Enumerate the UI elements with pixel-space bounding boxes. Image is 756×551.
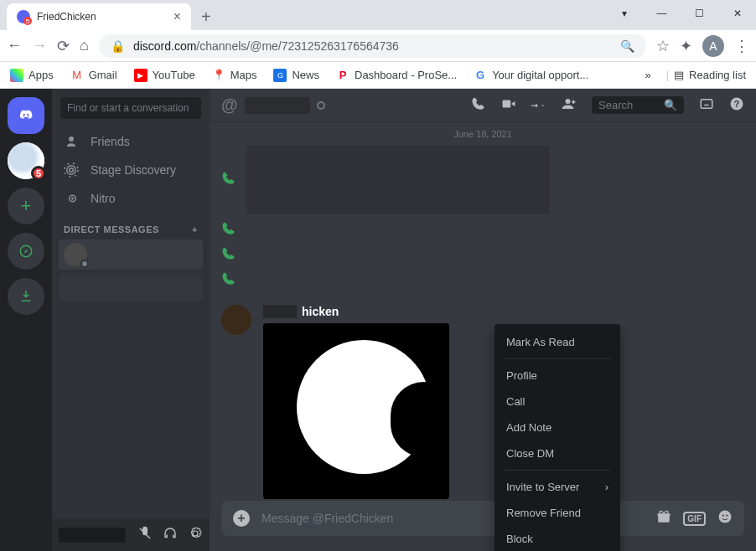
notification-badge: 5 [31,166,46,181]
more-bookmarks-icon[interactable]: » [645,69,650,81]
search-input[interactable]: Search 🔍 [592,96,684,114]
profile-avatar[interactable]: A [702,35,724,57]
favorite-button[interactable]: ☆ [656,37,670,55]
close-dm-item[interactable]: Close DM [500,440,615,466]
close-window-button[interactable]: ✕ [718,0,756,27]
find-conversation-input[interactable]: Find or start a conversation [60,97,201,119]
status-indicator [80,260,89,268]
call-icon [221,246,236,265]
emoji-button[interactable] [717,509,733,528]
call-icon [221,271,236,290]
dm-item[interactable] [59,273,203,301]
stage-icon [64,162,79,178]
maps-icon: 📍 [212,69,225,82]
svg-point-2 [67,166,76,175]
browser-tab[interactable]: FriedChicken × [7,3,191,30]
remove-friend-item[interactable]: Remove Friend [500,500,615,526]
create-dm-button[interactable]: + [192,224,198,234]
image-attachment[interactable] [263,323,449,499]
svg-rect-6 [503,100,511,107]
apps-icon [10,69,23,82]
maps-bookmark[interactable]: 📍Maps [212,69,257,82]
friends-icon [64,134,79,149]
gmail-bookmark[interactable]: MGmail [70,69,117,82]
tab-title: FriedChicken [37,11,96,23]
pinterest-icon: P [336,69,350,82]
video-call-button[interactable] [501,96,516,115]
zoom-icon[interactable]: 🔍 [620,39,634,53]
add-note-item[interactable]: Add Note [500,415,615,440]
stage-discovery-nav[interactable]: Stage Discovery [52,156,210,184]
add-friends-button[interactable] [562,96,577,115]
dm-section-header: DIRECT MESSAGES + [52,213,210,238]
explore-servers-button[interactable] [8,233,44,270]
forward-button[interactable]: → [32,37,47,54]
message-avatar[interactable] [221,305,251,335]
recipient-status-icon [317,101,325,110]
friends-nav[interactable]: Friends [52,127,210,156]
pinned-button[interactable] [531,96,546,115]
voice-call-button[interactable] [471,96,486,115]
gmail-icon: M [70,69,84,82]
extensions-button[interactable]: ✦ [680,37,692,55]
dm-item[interactable] [59,239,203,270]
call-icon [221,221,236,239]
discord-logo-icon [18,108,34,123]
search-icon: 🔍 [664,99,677,111]
mark-as-read-item[interactable]: Mark As Read [500,329,615,355]
youtube-bookmark[interactable]: ▶YouTube [134,69,195,82]
block-item[interactable]: Block [500,526,615,551]
svg-point-5 [71,198,74,200]
menu-button[interactable]: ⋮ [734,37,749,55]
download-apps-button[interactable] [8,278,44,315]
inbox-button[interactable] [699,96,714,115]
server-avatar[interactable]: 5 [8,142,44,179]
back-button[interactable]: ← [7,37,22,54]
maximize-button[interactable]: ☐ [681,0,718,27]
news-bookmark[interactable]: GNews [273,69,319,82]
url-domain: discord.com [133,39,196,53]
settings-button[interactable] [188,526,203,544]
help-button[interactable]: ? [729,96,744,115]
discord-favicon-icon [17,10,30,23]
apps-bookmark[interactable]: Apps [10,69,54,82]
reading-list-button[interactable]: Reading list [689,69,746,81]
chat-recipient-name [245,97,310,114]
new-tab-button[interactable]: + [201,8,211,27]
chat-main: @ Search 🔍 ? June 18, 2021 [210,89,756,551]
lock-icon: 🔒 [111,39,125,53]
chat-header: @ Search 🔍 ? [210,89,756,122]
home-button[interactable] [8,97,44,134]
download-icon [18,289,34,304]
gift-button[interactable] [656,509,671,528]
call-icon [221,171,236,189]
message-author [263,305,297,318]
bookmarks-bar: Apps MGmail ▶YouTube 📍Maps GNews PDashbo… [0,62,756,89]
news-icon: G [273,69,287,82]
message-input[interactable]: + Message @FriedChicken GIF [221,501,744,536]
close-tab-icon[interactable]: × [173,9,181,24]
dropdown-icon[interactable]: ▾ [605,0,643,27]
profile-item[interactable]: Profile [500,363,615,389]
call-item[interactable]: Call [500,389,615,415]
author-name-partial[interactable]: hicken [302,305,339,318]
deafen-button[interactable] [163,526,178,544]
invite-to-server-item[interactable]: Invite to Server› [500,474,615,500]
add-server-button[interactable]: + [8,188,44,224]
home-button[interactable]: ⌂ [80,37,89,54]
address-bar[interactable]: 🔒 discord.com/channels/@me/7231252631765… [99,34,646,58]
youtube-icon: ▶ [134,69,148,82]
minimize-button[interactable]: — [643,0,681,27]
dm-avatar [64,243,87,266]
gif-button[interactable]: GIF [683,512,706,526]
attach-button[interactable]: + [233,510,250,527]
mute-mic-button[interactable] [137,526,153,544]
chevron-right-icon: › [605,481,608,493]
dashboard-bookmark[interactable]: PDashboard - ProSe... [336,69,457,82]
chat-body[interactable]: June 18, 2021 hicken vide476.7 [210,122,756,501]
reload-button[interactable]: ⟳ [57,37,70,55]
digital-bookmark[interactable]: GYour digital opport... [474,69,588,82]
message-row: hicken vide476.7 [221,293,744,501]
current-user[interactable] [59,528,126,543]
nitro-nav[interactable]: Nitro [52,184,210,213]
